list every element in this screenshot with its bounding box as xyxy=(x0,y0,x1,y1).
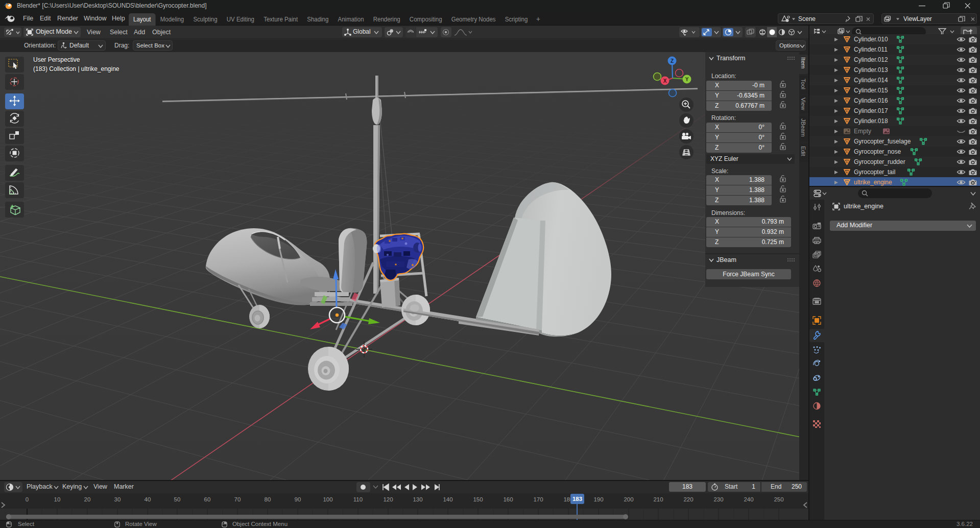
svg-text:Z: Z xyxy=(671,58,674,64)
svg-text:Y: Y xyxy=(685,77,689,82)
svg-text:X: X xyxy=(663,78,667,84)
